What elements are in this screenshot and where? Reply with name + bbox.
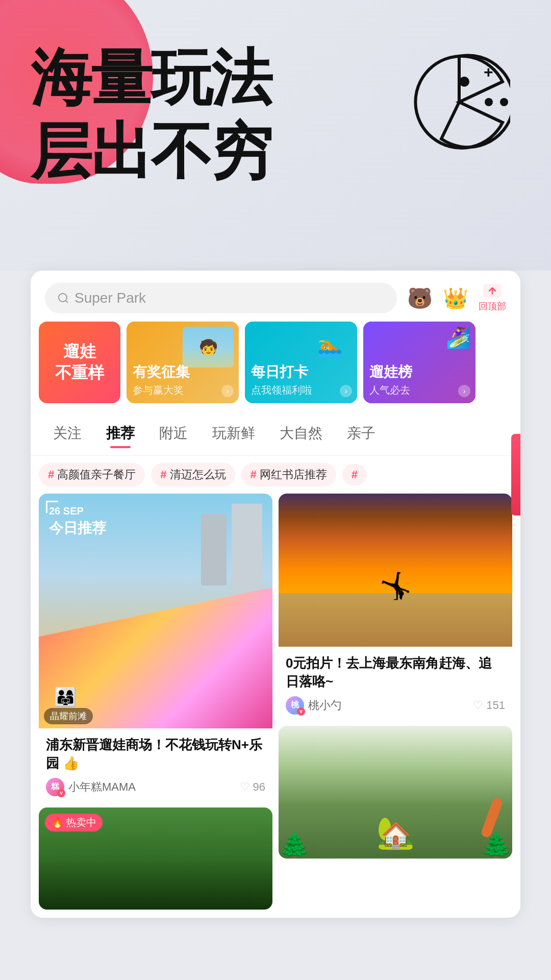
card-1-author: 糕 v 小年糕MAMA [46, 778, 136, 796]
red-side-tab [511, 434, 520, 516]
tab-nearby[interactable]: 附近 [147, 415, 200, 451]
hot-badge: 🔥 热卖中 [45, 814, 103, 831]
content-col-right: 🤸‍♀️ 0元拍片！去上海最东南角赶海、追日落咯~ 桃 v 桃小勺 [279, 494, 512, 910]
card-2-likes: ♡ 151 [473, 699, 505, 712]
card-1-footer: 糕 v 小年糕MAMA ♡ 96 [46, 778, 265, 796]
bear-emoji: 🐻 [407, 288, 433, 308]
bear-icon-btn[interactable]: 🐻 [407, 288, 433, 308]
hero-title-line2: 层出不穷 [31, 114, 271, 188]
crown-icon-btn[interactable]: 👑 [443, 288, 468, 308]
tab-nature[interactable]: 大自然 [267, 415, 335, 451]
card-2-author: 桃 v 桃小勺 [286, 696, 342, 715]
svg-point-0 [459, 77, 469, 87]
banner-card-4[interactable]: 🏄‍♀️ 遛娃榜 人气必去 › [363, 322, 475, 403]
hero-title: 海量玩法 层出不穷 [31, 41, 271, 188]
tab-recommend[interactable]: 推荐 [94, 415, 147, 451]
banner-3-title: 每日打卡 [251, 363, 351, 381]
tag-more[interactable]: # [342, 464, 367, 485]
heart-icon-1: ♡ [240, 780, 250, 794]
top-label: 回顶部 [479, 300, 506, 312]
content-col-left: 👨‍👩‍👧 26 SEP 今日推荐 晶耀前滩 浦东新晋遛娃商场！不花钱玩转N+乐… [39, 494, 272, 910]
top-btn[interactable]: 回顶部 [479, 284, 506, 312]
nav-tabs: 关注 推荐 附近 玩新鲜 大自然 亲子 [31, 411, 520, 456]
top-icon [483, 284, 502, 298]
tab-fresh[interactable]: 玩新鲜 [200, 415, 267, 451]
tag-1[interactable]: # 高颜值亲子餐厅 [39, 463, 145, 486]
svg-point-2 [485, 98, 493, 106]
svg-text:+: + [484, 63, 493, 81]
banner-4-title: 遛娃榜 [369, 363, 469, 381]
svg-point-3 [500, 98, 508, 106]
svg-point-4 [59, 293, 67, 302]
card-2-footer: 桃 v 桃小勺 ♡ 151 [286, 696, 505, 715]
search-icon [57, 292, 69, 304]
author-1-name: 小年糕MAMA [68, 779, 136, 795]
card-today-recommend[interactable]: 👨‍👩‍👧 26 SEP 今日推荐 晶耀前滩 浦东新晋遛娃商场！不花钱玩转N+乐… [39, 494, 272, 801]
app-card: Super Park 🐻 👑 回顶部 [31, 271, 520, 918]
tab-family[interactable]: 亲子 [335, 415, 388, 451]
location-badge: 晶耀前滩 [44, 708, 93, 724]
search-bar[interactable]: Super Park [45, 283, 397, 313]
banner-card-3[interactable]: 🏊 每日打卡 点我领福利啦 › [245, 322, 357, 403]
header-icons: 🐻 👑 回顶部 [407, 284, 506, 312]
author-1-avatar: 糕 v [46, 778, 64, 796]
banner-row: 遛娃不重样 🧒 有奖征集 参与赢大奖 › 🏊 每日打卡 [31, 322, 520, 411]
hero-section: 海量玩法 层出不穷 + [0, 0, 551, 271]
search-placeholder: Super Park [74, 290, 146, 306]
banner-card-1[interactable]: 遛娃不重样 [39, 322, 120, 403]
card-1-title: 浦东新晋遛娃商场！不花钱玩转N+乐园 👍 [46, 736, 265, 773]
author-2-avatar: 桃 v [286, 696, 304, 715]
banner-2-sub: 参与赢大奖 [133, 383, 233, 397]
pacman-icon: + [408, 51, 510, 155]
tag-2[interactable]: # 清迈怎么玩 [151, 463, 235, 486]
card-sunset-beach[interactable]: 🤸‍♀️ 0元拍片！去上海最东南角赶海、追日落咯~ 桃 v 桃小勺 [279, 494, 512, 720]
heart-icon-2: ♡ [473, 699, 483, 712]
card-2-title: 0元拍片！去上海最东南角赶海、追日落咯~ [286, 654, 505, 691]
card-hot-sale[interactable]: 🔥 热卖中 [39, 807, 272, 910]
tag-row: # 高颜值亲子餐厅 # 清迈怎么玩 # 网红书店推荐 # [31, 456, 520, 494]
card-nature-cabin[interactable]: 🌲 🌲 🏡 [279, 726, 512, 859]
card-2-body: 0元拍片！去上海最东南角赶海、追日落咯~ 桃 v 桃小勺 ♡ [279, 647, 512, 720]
author-2-name: 桃小勺 [308, 698, 342, 713]
banner-3-sub: 点我领福利啦 [251, 383, 351, 397]
card-1-likes: ♡ 96 [240, 780, 265, 794]
banner-2-title: 有奖征集 [133, 363, 233, 381]
card-1-body: 浦东新晋遛娃商场！不花钱玩转N+乐园 👍 糕 v 小年糕MAMA ♡ [39, 728, 272, 801]
banner-1-title: 遛娃不重样 [55, 341, 104, 383]
content-grid: 👨‍👩‍👧 26 SEP 今日推荐 晶耀前滩 浦东新晋遛娃商场！不花钱玩转N+乐… [31, 494, 520, 918]
crown-emoji: 👑 [443, 288, 468, 308]
search-bar-row: Super Park 🐻 👑 回顶部 [31, 271, 520, 322]
banner-card-2[interactable]: 🧒 有奖征集 参与赢大奖 › [127, 322, 239, 403]
hero-title-line1: 海量玩法 [31, 41, 271, 114]
tag-3[interactable]: # 网红书店推荐 [241, 463, 336, 486]
tab-follow[interactable]: 关注 [41, 415, 94, 451]
date-badge: 26 SEP 今日推荐 [49, 504, 106, 538]
banner-4-sub: 人气必去 [369, 383, 469, 397]
